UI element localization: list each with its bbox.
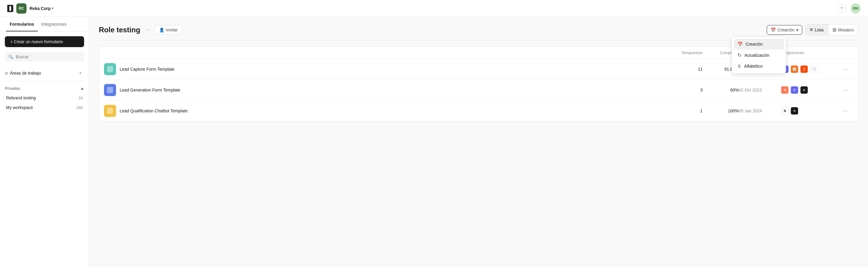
header-name xyxy=(104,50,666,55)
help-button[interactable]: ? xyxy=(837,4,846,13)
circle2-integration-icon: C xyxy=(790,86,798,94)
cell-respuestas: 3 xyxy=(666,87,703,92)
tab-integraciones[interactable]: Integraciones xyxy=(38,17,70,31)
form-thumb xyxy=(104,84,116,96)
tab-formularios[interactable]: Formularios xyxy=(6,17,38,31)
page-header-right: Creación ▾ Lista Mosaico xyxy=(767,24,858,35)
brand-name-button[interactable]: Reka Corp ▾ xyxy=(30,6,53,11)
page-header-left: Role testing ··· Invitar xyxy=(99,25,182,34)
form-thumb xyxy=(104,63,116,75)
view-mosaico-button[interactable]: Mosaico xyxy=(828,24,858,35)
form-name-cell: Lead Capture Form Template xyxy=(104,63,666,75)
cell-fecha: 02 Oct 2023 xyxy=(739,87,781,92)
header-integraciones: Integraciones xyxy=(781,50,841,55)
cell-fecha: 05 Jan 2024 xyxy=(739,108,781,113)
zapier-integration-icon: Z xyxy=(800,65,808,73)
user-icon xyxy=(159,27,164,32)
nav-right: ? RH xyxy=(837,3,861,14)
integrations-cell: H C ⊞ xyxy=(781,86,841,94)
row-more-button[interactable]: ··· xyxy=(841,86,849,94)
sort-actualizacion-item[interactable]: Actualización xyxy=(734,50,784,61)
table-row[interactable]: Lead Generation Form Template 3 60% 02 O… xyxy=(99,80,858,101)
search-input[interactable] xyxy=(16,54,81,59)
invite-button[interactable]: Invitar xyxy=(155,25,182,34)
integration-plus: +1 xyxy=(810,66,818,72)
sidebar-content: + Crear un nuevo formulario ⊞ Áreas de t… xyxy=(0,31,89,267)
cell-completos: 60% xyxy=(703,87,739,92)
sort-button[interactable]: Creación ▾ xyxy=(767,25,802,35)
sort-alfabetico-item[interactable]: Alfabético xyxy=(734,61,784,72)
grid-integration-icon: ⊞ xyxy=(800,86,808,94)
form-name-cell: Lead Generation Form Template xyxy=(104,84,666,96)
avatar[interactable]: RH xyxy=(850,3,861,14)
workspaces-section: ⊞ Áreas de trabajo + xyxy=(5,68,84,79)
integrations-cell: N ⊞ xyxy=(781,107,841,115)
cell-completos: 100% xyxy=(703,108,739,113)
form-name-cell: Lead Qualification Chatbot Template xyxy=(104,105,666,117)
calendar-icon xyxy=(771,27,776,32)
dropdown-calendar-icon xyxy=(738,42,743,47)
grid-icon xyxy=(832,27,836,33)
cell-respuestas: 11 xyxy=(666,67,703,72)
row-more-button[interactable]: ··· xyxy=(841,65,849,73)
sort-creacion-item[interactable]: Creación xyxy=(734,39,784,50)
search-bar[interactable] xyxy=(5,52,84,62)
list-icon xyxy=(810,27,813,33)
view-lista-button[interactable]: Lista xyxy=(806,24,828,35)
nav-left: RC Reka Corp ▾ xyxy=(7,3,53,14)
main-layout: Formularios Integraciones + Crear un nue… xyxy=(0,17,868,267)
view-toggle: Lista Mosaico xyxy=(805,24,858,35)
row-more-button[interactable]: ··· xyxy=(841,107,849,115)
main-content: Role testing ··· Invitar Creación ▾ List… xyxy=(89,17,868,267)
brand-badge: RC xyxy=(16,3,27,14)
sort-dropdown: Creación Actualización Alfabético xyxy=(732,36,786,74)
header-actions xyxy=(841,50,853,55)
grid2-integration-icon: ⊞ xyxy=(790,107,798,115)
collapse-icon: ▲ xyxy=(80,86,84,90)
create-form-button[interactable]: + Crear un nuevo formulario xyxy=(5,36,84,47)
header-respuestas: Respuestas xyxy=(666,50,703,55)
chevron-down-icon: ▾ xyxy=(52,7,53,10)
top-nav: RC Reka Corp ▾ ? RH xyxy=(0,0,868,17)
title-more-button[interactable]: ··· xyxy=(143,26,152,34)
dropdown-alpha-icon xyxy=(738,63,741,69)
sidebar-item-rebrand[interactable]: Rebrand testing 33 xyxy=(5,93,84,103)
form-thumb xyxy=(104,105,116,117)
dropdown-refresh-icon xyxy=(738,52,741,58)
integrations-cell: C 📊 Z +1 xyxy=(781,65,841,73)
chart-integration-icon: 📊 xyxy=(790,65,798,73)
logo-icon xyxy=(7,5,13,12)
sort-chevron-icon: ▾ xyxy=(796,27,798,32)
privadas-header: Privadas ▲ xyxy=(5,84,84,93)
add-workspace-button[interactable]: + xyxy=(77,70,84,77)
search-icon xyxy=(8,54,13,59)
table-row[interactable]: Lead Qualification Chatbot Template 1 10… xyxy=(99,101,858,121)
sidebar-item-my-workspace[interactable]: My workspace 266 xyxy=(5,103,84,112)
page-title: Role testing xyxy=(99,26,140,34)
hubspot-integration-icon: H xyxy=(781,86,789,94)
notion-integration-icon: N xyxy=(781,107,789,115)
cell-respuestas: 1 xyxy=(666,108,703,113)
sidebar: Formularios Integraciones + Crear un nue… xyxy=(0,17,89,267)
divider xyxy=(5,81,84,81)
sidebar-tabs: Formularios Integraciones xyxy=(0,17,89,31)
page-header: Role testing ··· Invitar Creación ▾ List… xyxy=(99,24,858,41)
